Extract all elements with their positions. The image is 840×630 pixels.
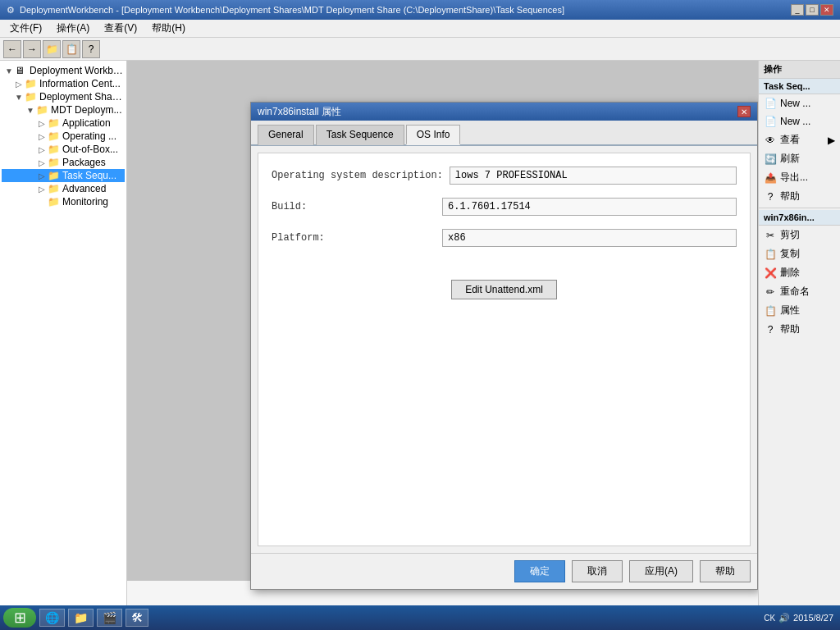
edit-btn-container: Edit Unattend.xml [272,280,737,299]
edit-unattend-button[interactable]: Edit Unattend.xml [451,280,557,299]
tree-item-deploy-shares[interactable]: ▼ 📁 Deployment Shar... [2,90,125,103]
right-action-label: 剪切 [780,228,800,242]
tree-item-root[interactable]: ▼ 🖥 Deployment Workbe... [2,64,125,77]
right-sub-title-2: win7x86in... [759,210,840,226]
right-action-view[interactable]: 👁 查看 ▶ [759,130,840,149]
expand-icon [36,198,48,207]
tree-item-task-sequences[interactable]: ▷ 📁 Task Sequ... [2,169,125,182]
taskbar-right: CK 🔊 2015/8/27 [764,613,837,623]
platform-input[interactable] [442,229,737,247]
right-action-label: 帮助 [780,189,800,203]
tree-item-advanced[interactable]: ▷ 📁 Advanced [2,182,125,195]
dialog-close-button[interactable]: ✕ [737,106,751,117]
platform-row: Platform: [272,229,737,247]
dialog-footer: 确定 取消 应用(A) 帮助 [251,553,757,589]
tree-label: Monitoring [62,196,108,208]
menu-view[interactable]: 查看(V) [98,20,144,37]
expand-icon: ▷ [36,145,48,154]
maximize-button[interactable]: □ [806,4,819,16]
tree-item-applications[interactable]: ▷ 📁 Application [2,116,125,130]
right-action-new2[interactable]: 📄 New ... [759,112,840,130]
right-action-label: 刷新 [780,152,800,166]
delete-icon: ❌ [764,267,777,280]
new-icon-2: 📄 [764,115,777,128]
tree-item-mdt[interactable]: ▼ 📁 MDT Deploym... [2,103,125,116]
properties-icon: 📋 [764,304,777,317]
tab-task-sequence[interactable]: Task Sequence [316,125,404,145]
tree-item-info[interactable]: ▷ 📁 Information Cent... [2,77,125,90]
platform-label: Platform: [272,232,436,244]
expand-icon: ▷ [36,158,48,167]
right-action-cut[interactable]: ✂ 剪切 [759,226,840,244]
right-action-help-top[interactable]: ? 帮助 [759,187,840,206]
right-action-rename[interactable]: ✏ 重命名 [759,282,840,301]
expand-icon: ▷ [36,132,48,141]
right-action-export[interactable]: 📤 导出... [759,168,840,187]
main-layout: ▼ 🖥 Deployment Workbe... ▷ 📁 Information… [0,61,840,605]
back-button[interactable]: ← [3,40,21,58]
tab-general[interactable]: General [258,125,314,145]
right-action-label: 帮助 [780,322,800,336]
right-action-label: 查看 [780,133,800,147]
dialog-tabs: General Task Sequence OS Info [251,121,757,146]
close-button[interactable]: ✕ [820,4,833,16]
help-icon-2: ? [764,323,777,336]
dialog-title-bar: win7x86install 属性 ✕ [251,103,757,121]
title-bar: ⚙ DeploymentWorkbench - [Deployment Work… [0,0,840,20]
taskbar-item-media[interactable]: 🎬 [97,609,122,627]
folder-icon: 📁 [48,157,61,168]
expand-icon: ▷ [36,185,48,194]
folder-icon: 📁 [48,196,61,208]
folder-icon: 📁 [36,104,49,116]
menu-file[interactable]: 文件(F) [3,20,48,37]
folder-icon: 🖥 [15,65,28,76]
folder-icon: 📁 [48,130,61,142]
tree-item-monitoring[interactable]: 📁 Monitoring [2,195,125,208]
cancel-button[interactable]: 取消 [572,560,623,582]
right-action-refresh[interactable]: 🔄 刷新 [759,149,840,168]
folder-icon: 📁 [25,78,38,89]
tree-item-operating[interactable]: ▷ 📁 Operating ... [2,130,125,143]
dialog-title: win7x86install 属性 [258,105,341,119]
menu-help[interactable]: 帮助(H) [145,20,192,37]
right-action-properties[interactable]: 📋 属性 [759,301,840,320]
right-action-label: 删除 [780,266,800,280]
help-button[interactable]: ? [82,40,100,58]
right-action-new1[interactable]: 📄 New ... [759,94,840,112]
minimize-button[interactable]: _ [791,4,804,16]
build-label: Build: [272,201,436,212]
ok-button[interactable]: 确定 [514,560,565,582]
expand-icon: ▼ [25,106,36,115]
right-sub-title-1: Task Seq... [759,79,840,94]
forward-button[interactable]: → [23,40,41,58]
right-action-copy[interactable]: 📋 复制 [759,244,840,263]
folder-icon: 📁 [48,183,61,194]
right-action-delete[interactable]: ❌ 删除 [759,263,840,282]
folder-button[interactable]: 📁 [43,40,61,58]
expand-icon: ▼ [3,66,15,75]
tree-item-packages[interactable]: ▷ 📁 Packages [2,156,125,169]
menu-action[interactable]: 操作(A) [50,20,96,37]
expand-icon: ▷ [36,119,48,128]
os-description-input[interactable] [450,167,737,185]
expand-icon: ▼ [13,93,25,102]
title-bar-controls: _ □ ✕ [791,4,833,16]
start-button[interactable]: ⊞ [3,608,36,628]
tab-os-info[interactable]: OS Info [406,125,461,145]
right-action-label: New ... [780,116,810,127]
submenu-arrow: ▶ [828,135,835,146]
apply-button[interactable]: 应用(A) [629,560,693,582]
properties-dialog: win7x86install 属性 ✕ General Task Sequenc… [250,102,758,590]
tree-item-oob[interactable]: ▷ 📁 Out-of-Box... [2,143,125,156]
taskbar-item-ie[interactable]: 🌐 [39,609,65,627]
right-action-label: 属性 [780,304,800,317]
tree-root: ▼ 🖥 Deployment Workbe... ▷ 📁 Information… [0,61,126,212]
build-input[interactable] [442,198,737,216]
title-bar-text: DeploymentWorkbench - [Deployment Workbe… [20,5,564,15]
copy-button[interactable]: 📋 [62,40,80,58]
taskbar-item-tools[interactable]: 🛠 [126,609,148,627]
right-action-help-bottom[interactable]: ? 帮助 [759,320,840,339]
help-button[interactable]: 帮助 [700,560,751,582]
taskbar-item-explorer[interactable]: 📁 [68,609,94,627]
sys-icon-ck: CK [764,614,775,623]
